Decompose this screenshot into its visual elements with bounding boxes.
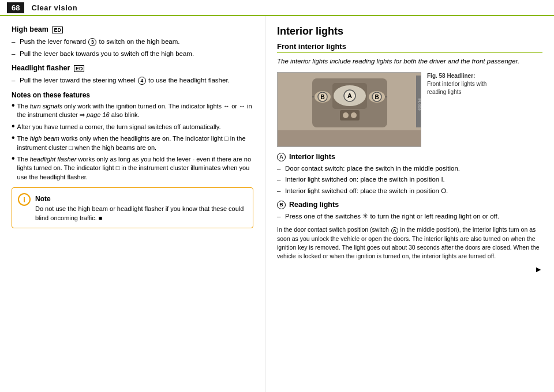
svg-text:A: A (347, 92, 352, 99)
headlight-flasher-heading: Headlight flasher ED (12, 64, 253, 72)
footer-para-wrapper: In the door contact switch position (swi… (277, 225, 542, 261)
high-beam-section: High beam ED Push the lever forward 3 to… (12, 25, 253, 58)
svg-point-13 (343, 112, 349, 118)
hb-icon-inline2: □ (69, 144, 73, 151)
svg-text:B: B (375, 94, 379, 100)
reading-lights-bullets: Press one of the switches ✳ to turn the … (277, 212, 542, 221)
note-box-content: Note Do not use the high beam or headlig… (35, 193, 247, 223)
figure-area: A B B (277, 72, 542, 147)
figure-caption-body: Front interior lights with reading light… (427, 81, 486, 95)
bullet-dot-2: • (12, 121, 15, 131)
notes-section: Notes on these features • The turn signa… (12, 91, 253, 182)
il-bullet-3: Interior light switched off: place the s… (277, 186, 542, 196)
reading-lights-heading: B Reading lights (277, 201, 542, 209)
flasher-bullet-1: Pull the lever toward the steering wheel… (12, 76, 253, 85)
note-box-text: Do not use the high beam or headlight fl… (35, 205, 247, 223)
notes-heading: Notes on these features (12, 91, 253, 99)
svg-point-14 (351, 112, 357, 118)
note-box-heading: Note (35, 195, 247, 203)
note-text-4: The headlight flasher works only as long… (17, 155, 253, 182)
bullet-dot-3: • (12, 133, 15, 143)
headlight-flasher-section: Headlight flasher ED Pull the lever towa… (12, 64, 253, 85)
high-beam-bullet-2: Pull the lever back towards you to switc… (12, 49, 253, 59)
reading-lights-subsection: B Reading lights Press one of the switch… (277, 201, 542, 221)
high-beam-bullets: Push the lever forward 3 to switch on th… (12, 37, 253, 58)
circle-b: B (277, 201, 286, 209)
note-item-2: • After you have turned a corner, the tu… (12, 123, 253, 131)
note-item-3: • The high beam works only when the head… (12, 134, 253, 152)
il-bullet-2: Interior light switched on: place the sw… (277, 175, 542, 184)
note-item-1: • The turn signals only work with the ig… (12, 102, 253, 120)
figure-label: Fig. 58 Headliner: (427, 73, 475, 79)
circle-a: A (277, 153, 286, 161)
svg-rect-17 (278, 130, 421, 147)
rl-bullet-1: Press one of the switches ✳ to turn the … (277, 212, 542, 221)
interior-lights-heading: A Interior lights (277, 153, 542, 161)
high-beam-bullet-1: Push the lever forward 3 to switch on th… (12, 37, 253, 47)
hf-icon-inline: □ (116, 164, 120, 171)
next-page-arrow[interactable]: ► (534, 265, 542, 274)
left-column: High beam ED Push the lever forward 3 to… (0, 16, 265, 392)
page-title: Clear vision (31, 3, 77, 12)
figure-image: A B B (277, 72, 421, 147)
bullet-dot-1: • (12, 100, 15, 111)
note-item-4: • The headlight flasher works only as lo… (12, 155, 253, 182)
page-header: 68 Clear vision (0, 0, 554, 16)
hb-icon-inline: □ (224, 135, 229, 142)
flasher-icon: ED (74, 65, 85, 72)
flasher-bullets: Pull the lever toward the steering wheel… (12, 76, 253, 85)
note-text-2: After you have turned a corner, the turn… (17, 123, 221, 131)
interior-lights-bullets: Door contact switch: place the switch in… (277, 164, 542, 196)
right-column: Interior lights Front interior lights Th… (265, 16, 554, 392)
headliner-svg: A B B (278, 73, 421, 147)
il-bullet-1: Door contact switch: place the switch in… (277, 164, 542, 174)
front-interior-heading: Front interior lights (277, 42, 542, 53)
high-beam-heading: High beam ED (12, 25, 253, 33)
figure-caption: Fig. 58 Headliner: Front interior lights… (427, 72, 491, 96)
svg-text:84L-0959: 84L-0959 (418, 98, 421, 110)
bullet-dot-4: • (12, 153, 15, 164)
page-number: 68 (7, 2, 24, 13)
interior-lights-subsection: A Interior lights Door contact switch: p… (277, 153, 542, 196)
note-text-1: The turn signals only work with the igni… (17, 102, 253, 120)
right-main-title: Interior lights (277, 25, 542, 37)
note-text-3: The high beam works only when the headli… (17, 134, 253, 152)
circle-a-inline: A (391, 227, 398, 234)
front-interior-intro: The interior lights include reading ligh… (277, 56, 542, 66)
note-box: i Note Do not use the high beam or headl… (12, 187, 253, 228)
content-area: High beam ED Push the lever forward 3 to… (0, 16, 554, 392)
svg-text:B: B (320, 94, 324, 100)
circle-3: 3 (88, 38, 96, 46)
circle-4: 4 (138, 77, 146, 85)
note-icon: i (18, 193, 31, 206)
footer-paragraph: In the door contact switch position (swi… (277, 225, 542, 261)
high-beam-icon: ED (52, 27, 63, 33)
